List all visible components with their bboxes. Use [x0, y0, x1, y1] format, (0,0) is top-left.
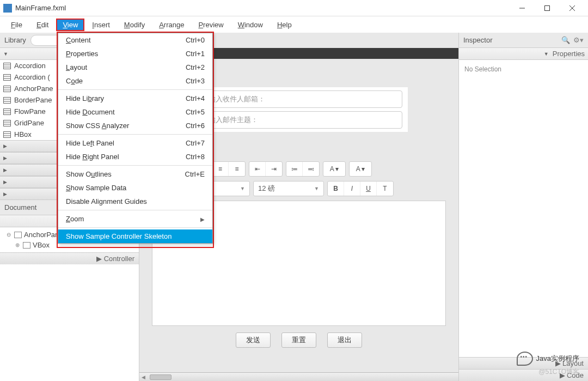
- underline-button[interactable]: U: [360, 182, 377, 196]
- container-icon: [3, 62, 11, 70]
- document-title: Document: [4, 203, 36, 211]
- chevron-right-icon: ▶: [3, 143, 7, 149]
- svg-rect-22: [4, 131, 11, 137]
- svg-rect-16: [4, 108, 11, 114]
- controller-section[interactable]: ▶ Controller: [0, 252, 139, 264]
- menu-item-show-outlines[interactable]: Show OutlinesCtrl+E: [58, 167, 212, 181]
- svg-rect-4: [4, 63, 11, 69]
- title-bar: MainFrame.fxml: [0, 0, 588, 16]
- chevron-right-icon: ▶: [3, 155, 7, 161]
- container-icon: [3, 108, 11, 116]
- container-icon: [3, 131, 11, 138]
- chevron-down-icon: ▼: [314, 186, 319, 191]
- chevron-down-icon: ▼: [240, 186, 245, 191]
- menu-item-show-sample-controller-skeleton[interactable]: Show Sample Controller Skeleton: [58, 229, 212, 243]
- chevron-right-icon: ▶: [3, 191, 7, 197]
- reset-button[interactable]: 重置: [281, 332, 316, 348]
- expand-icon[interactable]: ⊕: [14, 242, 21, 248]
- expand-icon[interactable]: ⊖: [5, 232, 12, 238]
- menu-edit[interactable]: Edit: [30, 19, 55, 31]
- align-right-button[interactable]: ≡: [212, 162, 229, 176]
- menu-item-properties[interactable]: PropertiesCtrl+1: [58, 47, 212, 61]
- app-icon: [3, 4, 12, 13]
- editor-toolbar-row2: Segoe UI ▼ 12 磅 ▼ B I U T: [179, 181, 419, 196]
- chevron-right-icon: ▶: [96, 255, 102, 263]
- menu-file[interactable]: File: [4, 19, 29, 31]
- container-icon: [3, 96, 11, 104]
- menu-item-code[interactable]: CodeCtrl+3: [58, 74, 212, 88]
- font-color-button[interactable]: A ▾: [323, 162, 345, 176]
- exit-button[interactable]: 退出: [327, 332, 362, 348]
- action-button-row: 发送 重置 退出: [236, 332, 362, 348]
- watermark-text: Java实例程序: [536, 354, 579, 364]
- menu-item-content[interactable]: ContentCtrl+0: [58, 33, 212, 47]
- minimize-button[interactable]: [510, 0, 535, 16]
- menu-item-show-css-analyzer[interactable]: Show CSS AnalyzerCtrl+6: [58, 119, 212, 132]
- scrollbar-thumb[interactable]: [150, 374, 171, 380]
- gear-icon[interactable]: ⚙▾: [573, 36, 584, 44]
- chat-bubble-icon: [517, 352, 533, 366]
- menu-item-show-sample-data[interactable]: Show Sample Data: [58, 181, 212, 195]
- library-title: Library: [4, 36, 26, 44]
- inspector-header: Inspector 🔍 ⚙▾: [459, 33, 588, 48]
- scroll-left-icon[interactable]: ◀: [139, 374, 148, 380]
- chevron-right-icon: ▶: [3, 179, 7, 185]
- editor-toolbar-row1: ≡ ≡ ≡ ≡ ⇤ ⇥ ≔ ≕ A ▾ A ▾: [179, 161, 419, 177]
- menu-bar: FileEditViewInsertModifyArrangePreviewWi…: [0, 16, 588, 33]
- menu-modify[interactable]: Modify: [118, 19, 151, 31]
- svg-rect-1: [545, 5, 550, 10]
- align-justify-button[interactable]: ≡: [229, 162, 245, 176]
- view-menu-dropdown: ContentCtrl+0PropertiesCtrl+1LayoutCtrl+…: [58, 33, 213, 244]
- menu-view[interactable]: View: [56, 19, 84, 31]
- italic-button[interactable]: I: [344, 182, 360, 196]
- properties-label: Properties: [553, 50, 585, 58]
- svg-rect-10: [4, 86, 11, 92]
- svg-rect-19: [4, 120, 11, 126]
- menu-item-layout[interactable]: LayoutCtrl+2: [58, 61, 212, 74]
- no-selection-text: No Selection: [459, 60, 588, 78]
- strike-button[interactable]: T: [377, 182, 393, 196]
- outdent-button[interactable]: ⇤: [249, 162, 266, 176]
- highlight-color-button[interactable]: A ▾: [350, 162, 371, 176]
- menu-preview[interactable]: Preview: [192, 19, 230, 31]
- menu-item-hide-document[interactable]: Hide DocumentCtrl+5: [58, 105, 212, 119]
- font-size-combo[interactable]: 12 磅 ▼: [253, 181, 324, 196]
- controller-label: Controller: [104, 255, 134, 263]
- maximize-button[interactable]: [535, 0, 560, 16]
- chevron-down-icon: ▼: [544, 51, 549, 57]
- menu-arrange[interactable]: Arrange: [152, 19, 191, 31]
- inspector-title: Inspector: [463, 36, 492, 44]
- menu-insert[interactable]: Insert: [85, 19, 117, 31]
- svg-rect-13: [4, 97, 11, 103]
- bold-button[interactable]: B: [328, 182, 344, 196]
- bullet-list-button[interactable]: ≔: [286, 162, 303, 176]
- menu-item-hide-right-panel[interactable]: Hide Right PanelCtrl+8: [58, 150, 212, 164]
- container-icon: [3, 85, 11, 93]
- chevron-right-icon: ▶: [3, 167, 7, 173]
- inspector-panel: Inspector 🔍 ⚙▾ ▼ Properties No Selection…: [458, 33, 588, 381]
- node-icon: [14, 232, 22, 238]
- recipient-input[interactable]: 请输入收件人邮箱：: [195, 90, 402, 108]
- font-size-value: 12 磅: [258, 184, 303, 193]
- container-icon: [3, 74, 11, 81]
- chevron-down-icon: ▼: [3, 51, 8, 57]
- watermark-sub: @51CTO博客: [538, 367, 579, 377]
- subject-input[interactable]: 请输入邮件主题：: [195, 111, 402, 129]
- close-button[interactable]: [560, 0, 585, 16]
- send-button[interactable]: 发送: [236, 332, 271, 348]
- horizontal-scrollbar[interactable]: ◀: [139, 372, 458, 381]
- form-preview: 请输入收件人邮箱： 请输入邮件主题：: [190, 87, 408, 132]
- indent-button[interactable]: ⇥: [266, 162, 282, 176]
- properties-section-header[interactable]: ▼ Properties: [459, 48, 588, 60]
- menu-item-zoom[interactable]: Zoom▶: [58, 212, 212, 226]
- menu-help[interactable]: Help: [271, 19, 298, 31]
- container-icon: [3, 119, 11, 127]
- number-list-button[interactable]: ≕: [303, 162, 319, 176]
- menu-item-disable-alignment-guides[interactable]: Disable Alignment Guides: [58, 195, 212, 208]
- menu-window[interactable]: Window: [231, 19, 270, 31]
- node-icon: [23, 242, 30, 249]
- search-icon[interactable]: 🔍: [561, 36, 570, 44]
- menu-item-hide-library[interactable]: Hide LibraryCtrl+4: [58, 92, 212, 105]
- watermark: Java实例程序: [517, 352, 579, 366]
- menu-item-hide-left-panel[interactable]: Hide Left PanelCtrl+7: [58, 136, 212, 150]
